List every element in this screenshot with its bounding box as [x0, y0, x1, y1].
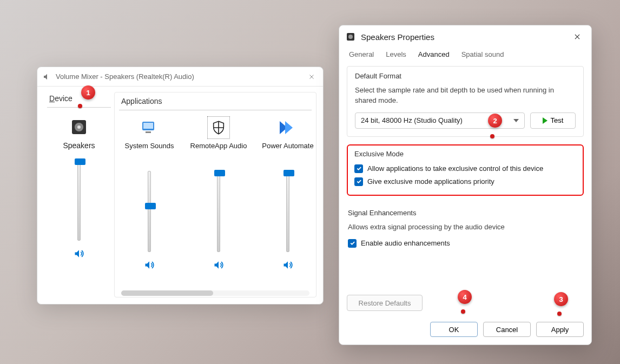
speaker-icon [43, 72, 51, 81]
exclusive-mode-title: Exclusive Mode [354, 150, 576, 158]
svg-point-2 [77, 125, 81, 129]
device-item-speakers[interactable]: Speakers [44, 113, 114, 261]
test-button[interactable]: Test [530, 112, 576, 129]
system-sounds-icon [138, 117, 160, 138]
speakers-icon [346, 32, 355, 42]
applications-section-title: Applications [119, 95, 312, 110]
annotation-badge-2: 2 [488, 114, 502, 128]
mute-icon[interactable] [74, 248, 84, 261]
volume-mixer-titlebar: Volume Mixer - Speakers (Realtek(R) Audi… [37, 67, 323, 87]
app-volume-slider[interactable] [213, 171, 224, 273]
volume-mixer-body: Device Speakers Applications [37, 87, 323, 304]
app-volume-slider[interactable] [282, 171, 293, 273]
device-column: Device Speakers [44, 92, 114, 297]
signal-help: Allows extra signal processing by the au… [348, 222, 583, 233]
tabs: General Levels Advanced Spatial sound [339, 48, 591, 61]
enable-enhancements-option[interactable]: Enable audio enhancements [348, 237, 583, 250]
app-remoteapp-audio[interactable]: RemoteApp Audio [184, 114, 253, 297]
tab-general[interactable]: General [347, 48, 376, 61]
device-volume-slider[interactable] [74, 160, 84, 261]
default-format-help: Select the sample rate and bit depth to … [355, 85, 576, 106]
volume-mixer-window: Volume Mixer - Speakers (Realtek(R) Audi… [37, 67, 324, 305]
volume-mixer-title: Volume Mixer - Speakers (Realtek(R) Audi… [56, 72, 306, 81]
close-icon[interactable] [570, 29, 585, 44]
annotation-badge-3: 3 [554, 292, 568, 306]
checkbox-checked-icon[interactable] [348, 239, 357, 248]
device-speakers-icon [68, 116, 90, 138]
exclusive-control-option[interactable]: Allow applications to take exclusive con… [354, 162, 576, 175]
svg-rect-5 [146, 131, 151, 133]
shield-icon [208, 117, 229, 138]
signal-enhancements-group: Signal Enhancements Allows extra signal … [347, 203, 584, 257]
properties-content: Default Format Select the sample rate an… [339, 61, 591, 292]
tab-levels[interactable]: Levels [384, 48, 408, 61]
sample-rate-value: 24 bit, 48000 Hz (Studio Quality) [361, 116, 463, 124]
exclusive-priority-label: Give exclusive mode applications priorit… [367, 177, 494, 186]
default-format-title: Default Format [355, 72, 576, 80]
enable-enhancements-label: Enable audio enhancements [361, 239, 450, 247]
cancel-button[interactable]: Cancel [483, 322, 531, 337]
device-label: Speakers [63, 141, 95, 150]
applications-column: Applications System Sounds [114, 92, 316, 297]
app-volume-slider[interactable] [144, 171, 155, 273]
annotation-badge-4: 4 [458, 290, 472, 304]
properties-title: Speakers Properties [361, 32, 570, 42]
annotation-tail [461, 309, 465, 314]
exclusive-mode-group: Exclusive Mode Allow applications to tak… [347, 144, 584, 196]
test-button-label: Test [551, 116, 564, 124]
annotation-tail [490, 134, 494, 138]
annotation-tail [557, 312, 562, 316]
signal-title: Signal Enhancements [348, 209, 583, 217]
tab-spatial-sound[interactable]: Spatial sound [459, 48, 506, 61]
annotation-tail [78, 104, 82, 108]
svg-point-7 [348, 35, 353, 39]
svg-rect-4 [143, 123, 153, 129]
app-label: Power Automate [262, 142, 313, 161]
checkbox-checked-icon[interactable] [354, 164, 363, 173]
checkbox-checked-icon[interactable] [354, 177, 363, 186]
mute-icon[interactable] [213, 260, 224, 273]
mute-icon[interactable] [144, 260, 155, 273]
properties-titlebar: Speakers Properties [339, 25, 591, 48]
apply-button[interactable]: Apply [536, 322, 584, 337]
power-automate-icon [277, 117, 299, 138]
play-icon [543, 117, 548, 124]
close-icon[interactable] [306, 71, 318, 83]
app-power-automate[interactable]: Power Automate [253, 114, 316, 297]
default-format-group: Default Format Select the sample rate an… [347, 66, 584, 137]
app-label: System Sounds [124, 142, 174, 161]
exclusive-control-label: Allow applications to take exclusive con… [367, 164, 543, 173]
restore-defaults-button[interactable]: Restore Defaults [347, 295, 423, 311]
annotation-badge-1: 1 [81, 85, 95, 100]
exclusive-priority-option[interactable]: Give exclusive mode applications priorit… [354, 175, 576, 188]
tab-advanced[interactable]: Advanced [416, 48, 452, 61]
horizontal-scrollbar[interactable] [121, 290, 309, 296]
mute-icon[interactable] [282, 260, 293, 273]
app-label: RemoteApp Audio [190, 142, 247, 161]
chevron-down-icon [513, 119, 519, 122]
applications-row: System Sounds RemoteApp Audio [115, 114, 316, 297]
ok-button[interactable]: OK [430, 322, 478, 337]
app-system-sounds[interactable]: System Sounds [115, 114, 184, 297]
